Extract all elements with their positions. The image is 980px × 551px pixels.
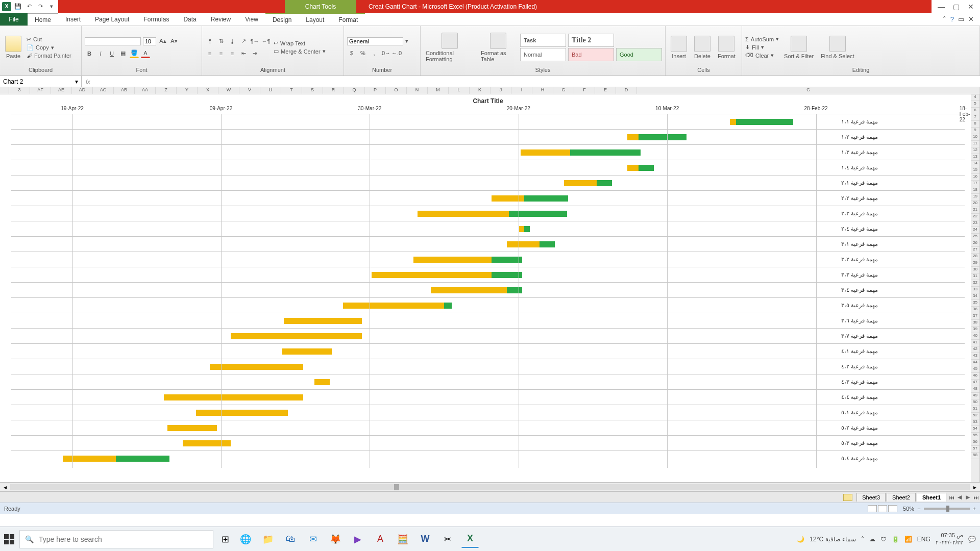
next-sheet-icon[interactable]: ▶ — [964, 494, 972, 500]
bar-segment-orange[interactable] — [282, 348, 332, 355]
underline-button[interactable]: U — [107, 49, 116, 58]
bar-segment-orange[interactable] — [231, 333, 362, 339]
column-header[interactable]: AC — [93, 87, 114, 94]
style-title2[interactable]: Title 2 — [568, 34, 614, 47]
onedrive-icon[interactable]: ☁ — [869, 536, 875, 543]
copy-button[interactable]: 📄 Copy ▾ — [27, 44, 71, 51]
cut-button[interactable]: ✂ Cut — [27, 36, 71, 43]
row-header[interactable]: 30 — [971, 267, 979, 273]
column-header[interactable]: Q — [344, 87, 365, 94]
sheet2-tab[interactable]: Sheet2 — [887, 493, 916, 502]
row-header[interactable]: 29 — [971, 260, 979, 267]
row-header[interactable]: 56 — [971, 439, 979, 446]
row-header[interactable]: 6 — [971, 108, 979, 114]
row-header[interactable]: 14 — [971, 161, 979, 167]
row-header[interactable]: 44 — [971, 360, 979, 366]
bar-segment-orange[interactable] — [210, 364, 303, 370]
column-header[interactable]: AB — [114, 87, 135, 94]
format-painter-button[interactable]: 🖌 Format Painter — [27, 53, 71, 59]
bar-segment-orange[interactable] — [343, 303, 444, 309]
column-header[interactable]: M — [428, 87, 449, 94]
align-left-icon[interactable]: ≡ — [205, 49, 214, 58]
task-view-icon[interactable]: ⊞ — [218, 533, 232, 546]
bar-segment-orange[interactable] — [196, 410, 287, 416]
fill-color-button[interactable]: 🪣 — [130, 49, 139, 58]
merge-center-button[interactable]: ▭ Merge & Center ▾ — [274, 48, 326, 55]
rtl-icon[interactable]: ←¶ — [261, 37, 271, 46]
sort-filter-button[interactable]: Sort & Filter — [782, 35, 816, 60]
increase-font-icon[interactable]: A▴ — [158, 37, 167, 46]
bar-segment-green[interactable] — [524, 195, 568, 202]
row-header[interactable]: 15 — [971, 167, 979, 174]
zoom-control[interactable]: 50% − + — [903, 506, 976, 512]
decrease-indent-icon[interactable]: ⇤ — [239, 49, 248, 58]
autocad-icon[interactable]: A — [372, 531, 389, 548]
bar-segment-green[interactable] — [509, 211, 567, 217]
bar-segment-green[interactable] — [570, 149, 641, 156]
close-icon[interactable]: ✕ — [968, 3, 974, 11]
design-tab[interactable]: Design — [265, 14, 299, 26]
row-header[interactable]: 24 — [971, 227, 979, 234]
row-header[interactable]: 51 — [971, 406, 979, 413]
row-header[interactable]: 8 — [971, 121, 979, 128]
delete-cells-button[interactable]: Delete — [692, 35, 713, 60]
row-header[interactable]: 58 — [971, 453, 979, 459]
format-as-table-button[interactable]: Format as Table — [479, 32, 517, 63]
mail-icon[interactable]: ✉ — [304, 531, 322, 548]
bar-segment-orange[interactable] — [413, 257, 492, 263]
media-player-icon[interactable]: ▶ — [349, 531, 366, 548]
row-header[interactable]: 42 — [971, 346, 979, 353]
page-layout-tab[interactable]: Page Layout — [88, 13, 136, 26]
font-name-input[interactable] — [85, 37, 141, 45]
fx-icon[interactable]: fx — [86, 79, 90, 85]
row-header[interactable]: 47 — [971, 380, 979, 386]
column-headers[interactable]: 3AFAEADACABAAZYXWVUTSRQPONMLKJIHGFEDC — [0, 87, 980, 94]
file-tab[interactable]: File — [0, 13, 28, 26]
column-header[interactable]: N — [407, 87, 428, 94]
align-middle-icon[interactable]: ⇅ — [216, 37, 226, 46]
row-header[interactable]: 38 — [971, 320, 979, 327]
row-header[interactable]: 7 — [971, 114, 979, 121]
window-restore-icon[interactable]: ▭ — [958, 15, 964, 23]
row-header[interactable]: 10 — [971, 134, 979, 141]
column-header[interactable]: W — [218, 87, 239, 94]
bar-segment-orange[interactable] — [431, 287, 507, 293]
column-header[interactable]: G — [553, 87, 574, 94]
inc-decimal-icon[interactable]: .0→ — [381, 48, 390, 58]
fill-button[interactable]: ⬇ Fill ▾ — [745, 44, 779, 51]
column-header[interactable]: AE — [51, 87, 72, 94]
gantt-chart[interactable]: Chart Title 19-Apr-2209-Apr-2230-Mar-222… — [11, 95, 965, 471]
row-header[interactable]: 26 — [971, 240, 979, 247]
row-header[interactable]: 20 — [971, 201, 979, 207]
insert-cells-button[interactable]: Insert — [669, 35, 689, 60]
worksheet-area[interactable]: Chart Title 19-Apr-2209-Apr-2230-Mar-222… — [0, 94, 980, 482]
qat-dropdown-icon[interactable]: ▾ — [47, 2, 56, 11]
security-icon[interactable]: 🛡 — [880, 536, 887, 543]
currency-icon[interactable]: $ — [347, 48, 356, 58]
bar-segment-orange[interactable] — [418, 211, 509, 217]
taskbar-search[interactable]: 🔍 Type here to search — [19, 530, 213, 548]
bar-segment-orange[interactable] — [507, 241, 540, 247]
row-header[interactable]: 28 — [971, 254, 979, 260]
row-header[interactable]: 52 — [971, 413, 979, 419]
column-header[interactable]: V — [239, 87, 260, 94]
bar-segment-orange[interactable] — [167, 425, 217, 431]
style-good[interactable]: Good — [616, 48, 662, 61]
column-header[interactable]: D — [616, 87, 637, 94]
chart-plot-area[interactable]: 19-Apr-2209-Apr-2230-Mar-2220-Mar-2210-M… — [11, 106, 965, 468]
battery-icon[interactable]: 🔋 — [892, 536, 899, 543]
bar-segment-green[interactable] — [639, 134, 686, 140]
window-close-icon[interactable]: ✕ — [968, 15, 974, 23]
conditional-formatting-button[interactable]: Conditional Formatting — [424, 32, 476, 63]
row-header[interactable]: 54 — [971, 426, 979, 433]
align-center-icon[interactable]: ≡ — [216, 49, 226, 58]
bar-segment-green[interactable] — [524, 226, 530, 232]
row-header[interactable]: 19 — [971, 194, 979, 201]
column-header[interactable]: P — [365, 87, 386, 94]
row-header[interactable]: 40 — [971, 333, 979, 340]
italic-button[interactable]: I — [96, 49, 105, 58]
horizontal-scrollbar[interactable]: ◂ ▸ — [0, 482, 980, 491]
clear-button[interactable]: ⌫ Clear ▾ — [745, 52, 779, 59]
column-header[interactable]: AF — [30, 87, 51, 94]
bar-segment-green[interactable] — [444, 303, 452, 309]
